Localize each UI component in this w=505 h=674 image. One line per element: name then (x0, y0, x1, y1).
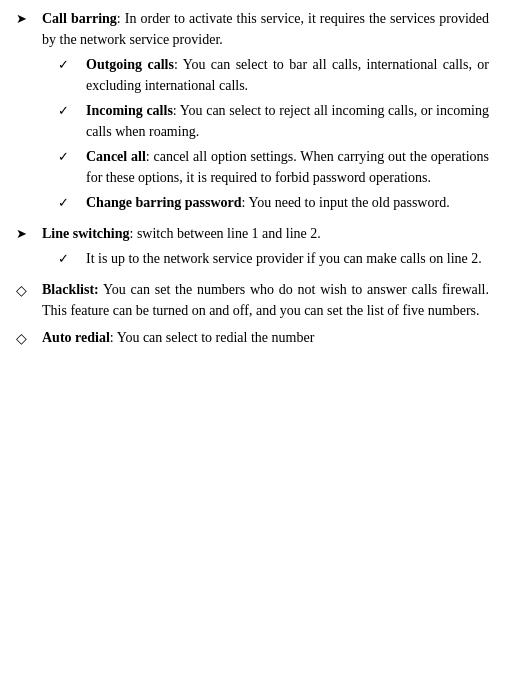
line-switching-note-content: It is up to the network service provider… (86, 248, 489, 269)
line-switching-term: Line switching (42, 226, 130, 241)
auto-redial-desc: : You can select to redial the number (110, 330, 315, 345)
check-bullet-incoming: ✓ (58, 100, 76, 121)
check-bullet-cancel: ✓ (58, 146, 76, 167)
cancel-all-term: Cancel all (86, 149, 146, 164)
call-barring-item: ➤ Call barring: In order to activate thi… (16, 8, 489, 217)
call-barring-sublist: ✓ Outgoing calls: You can select to bar … (58, 54, 489, 213)
incoming-calls-item: ✓ Incoming calls: You can select to reje… (58, 100, 489, 142)
change-barring-term: Change barring password (86, 195, 242, 210)
change-barring-content: Change barring password: You need to inp… (86, 192, 489, 213)
cancel-all-content: Cancel all: cancel all option settings. … (86, 146, 489, 188)
diamond-bullet-auto-redial: ◇ (16, 327, 34, 349)
diamond-bullet-blacklist: ◇ (16, 279, 34, 301)
check-bullet-change: ✓ (58, 192, 76, 213)
line-switching-note-item: ✓ It is up to the network service provid… (58, 248, 489, 269)
blacklist-term: Blacklist: (42, 282, 99, 297)
arrow-bullet-line-switching: ➤ (16, 223, 34, 244)
call-barring-term: Call barring (42, 11, 117, 26)
auto-redial-content: Auto redial: You can select to redial th… (42, 327, 489, 348)
line-switching-content: Line switching: switch between line 1 an… (42, 223, 489, 273)
outgoing-calls-term: Outgoing calls (86, 57, 174, 72)
line-switching-note-desc: It is up to the network service provider… (86, 251, 482, 266)
call-barring-text: Call barring: In order to activate this … (42, 11, 489, 47)
cancel-all-desc: : cancel all option settings. When carry… (86, 149, 489, 185)
check-bullet-outgoing: ✓ (58, 54, 76, 75)
incoming-calls-content: Incoming calls: You can select to reject… (86, 100, 489, 142)
call-barring-content: Call barring: In order to activate this … (42, 8, 489, 217)
outgoing-calls-content: Outgoing calls: You can select to bar al… (86, 54, 489, 96)
change-barring-desc: : You need to input the old password. (242, 195, 450, 210)
change-barring-item: ✓ Change barring password: You need to i… (58, 192, 489, 213)
line-switching-item: ➤ Line switching: switch between line 1 … (16, 223, 489, 273)
arrow-bullet-call-barring: ➤ (16, 8, 34, 29)
incoming-calls-term: Incoming calls (86, 103, 173, 118)
outgoing-calls-item: ✓ Outgoing calls: You can select to bar … (58, 54, 489, 96)
blacklist-desc: You can set the numbers who do not wish … (42, 282, 489, 318)
check-bullet-line-note: ✓ (58, 248, 76, 269)
blacklist-content: Blacklist: You can set the numbers who d… (42, 279, 489, 321)
blacklist-item: ◇ Blacklist: You can set the numbers who… (16, 279, 489, 321)
cancel-all-item: ✓ Cancel all: cancel all option settings… (58, 146, 489, 188)
auto-redial-term: Auto redial (42, 330, 110, 345)
line-switching-sublist: ✓ It is up to the network service provid… (58, 248, 489, 269)
main-list: ➤ Call barring: In order to activate thi… (16, 8, 489, 349)
line-switching-text: Line switching: switch between line 1 an… (42, 226, 321, 241)
line-switching-desc: : switch between line 1 and line 2. (130, 226, 321, 241)
auto-redial-item: ◇ Auto redial: You can select to redial … (16, 327, 489, 349)
